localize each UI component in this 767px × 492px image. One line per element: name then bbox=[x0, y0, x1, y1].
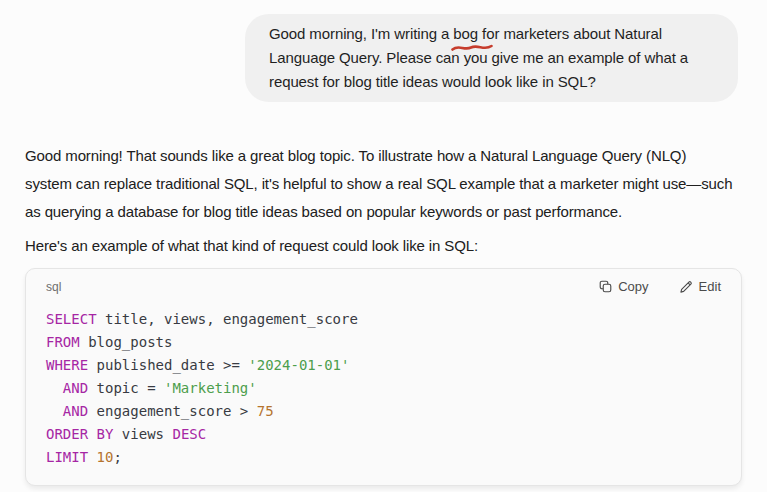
copy-icon bbox=[599, 280, 612, 293]
code-block-actions: Copy Edit bbox=[599, 279, 721, 294]
edit-button-label: Edit bbox=[699, 279, 721, 294]
assistant-paragraph-2: Here's an example of what that kind of r… bbox=[25, 234, 742, 258]
user-message-row: Good morning, I'm writing a bog for mark… bbox=[0, 14, 767, 102]
pencil-icon bbox=[679, 280, 693, 294]
assistant-message: Good morning! That sounds like a great b… bbox=[0, 142, 767, 486]
edit-button[interactable]: Edit bbox=[679, 279, 721, 294]
typo-word-text: bog bbox=[453, 25, 478, 42]
assistant-paragraph-1: Good morning! That sounds like a great b… bbox=[25, 142, 742, 226]
code-content: SELECT title, views, engagement_score FR… bbox=[26, 298, 741, 485]
user-message-bubble: Good morning, I'm writing a bog for mark… bbox=[245, 14, 738, 102]
copy-button-label: Copy bbox=[618, 279, 648, 294]
typo-word: bog bbox=[453, 22, 478, 46]
code-block-header: sql Copy Edit bbox=[26, 269, 741, 298]
user-message-text-before: Good morning, I'm writing a bbox=[269, 25, 453, 42]
code-language-label: sql bbox=[46, 280, 61, 294]
copy-button[interactable]: Copy bbox=[599, 279, 648, 294]
sql-code-block: sql Copy Edit SELECT title, views, engag… bbox=[25, 268, 742, 486]
